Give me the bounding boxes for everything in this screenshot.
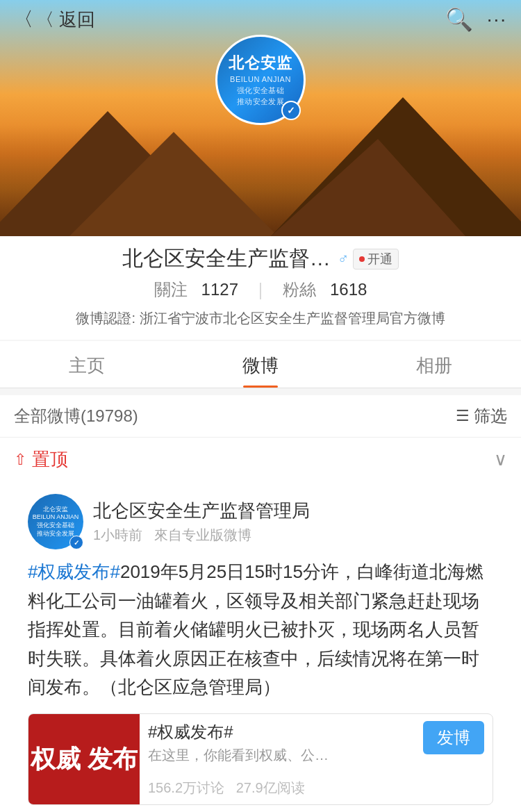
profile-description: 微博認證: 浙江省宁波市北仑区安全生产监督管理局官方微博 <box>14 308 507 329</box>
post-author-avatar[interactable]: 北仑安监BEILUN ANJIAN强化安全基础推动安全发展 ✓ <box>28 494 83 549</box>
filter-icon: ☰ <box>456 407 470 425</box>
post-author-info: 北仑区安全生产监督管理局 1小時前 來自专业版微博 <box>93 499 493 545</box>
linked-card-reads: 27.9亿阅读 <box>236 780 305 795</box>
pinned-section: ⇧ 置顶 ∨ 北仑安监BEILUN ANJIAN强化安全基础推动安全发展 ✓ 北… <box>0 438 521 812</box>
post-meta: 1小時前 來自专业版微博 <box>93 526 493 545</box>
follow-label: 關注 <box>154 279 188 301</box>
post-hashtag[interactable]: #权威发布# <box>28 561 120 582</box>
avatar: 北仑安监 BEILUN ANJIAN 强化安全基础 推动安全发展 ✓ <box>215 35 306 125</box>
avatar-verified-badge: ✓ <box>281 101 301 120</box>
post-time: 1小時前 <box>93 527 142 542</box>
pin-icon: ⇧ <box>14 451 26 469</box>
avatar-tagline: 强化安全基础 推动安全发展 <box>237 85 284 107</box>
back-arrow-icon: 〈 <box>14 6 33 33</box>
tab-weibo[interactable]: 微博 <box>174 341 347 388</box>
post-button[interactable]: 发博 <box>423 721 484 754</box>
top-nav: 〈 〈 返回 🔍 ··· <box>0 0 521 39</box>
linked-card[interactable]: 权威 发布 #权威发布# 在这里，你能看到权威、公… 发博 156.2万讨论 2… <box>28 713 493 805</box>
profile-info: 北仑区安全生产监督… ♂ 开通 關注 1127 ｜ 粉絲 1618 微博認證: … <box>0 236 521 340</box>
nav-icons: 🔍 ··· <box>445 6 507 33</box>
fans-label: 粉絲 <box>283 279 316 301</box>
more-icon[interactable]: ··· <box>487 8 507 31</box>
linked-card-title: #权威发布# <box>148 721 329 743</box>
linked-card-top: #权威发布# 在这里，你能看到权威、公… 发博 <box>148 721 484 765</box>
avatar-name: 北仑安监 <box>229 53 292 74</box>
pinned-text: 置顶 <box>32 447 68 472</box>
post-author-row: 北仑安监BEILUN ANJIAN强化安全基础推动安全发展 ✓ 北仑区安全生产监… <box>28 494 493 549</box>
list-count: 全部微博(19798) <box>14 405 138 427</box>
avatar-subtitle: BEILUN ANJIAN <box>230 75 291 83</box>
tabs-bar: 主页 微博 相册 <box>0 341 521 388</box>
profile-name-icons: ♂ 开通 <box>338 249 399 270</box>
fans-count: 1618 <box>330 280 367 299</box>
post-content: #权威发布#2019年5月25日15时15分许，白峰街道北海燃料化工公司一油罐着… <box>28 558 493 702</box>
back-label: 〈 返回 <box>36 8 95 32</box>
collapse-button[interactable]: ∨ <box>494 449 507 470</box>
filter-button[interactable]: ☰ 筛选 <box>456 405 507 427</box>
stats-row: 關注 1127 ｜ 粉絲 1618 <box>14 279 507 301</box>
linked-card-title-wrap: #权威发布# 在这里，你能看到权威、公… <box>148 721 329 765</box>
post-item: 北仑安监BEILUN ANJIAN强化安全基础推动安全发展 ✓ 北仑区安全生产监… <box>14 483 507 812</box>
tag-button[interactable]: 开通 <box>353 249 399 270</box>
tag-label: 开通 <box>367 251 392 267</box>
tab-album[interactable]: 相册 <box>347 341 521 388</box>
pinned-label: ⇧ 置顶 <box>14 447 68 472</box>
list-header: 全部微博(19798) ☰ 筛选 <box>0 395 521 438</box>
linked-card-content: #权威发布# 在这里，你能看到权威、公… 发博 156.2万讨论 27.9亿阅读 <box>140 714 493 804</box>
linked-card-image: 权威 发布 <box>28 714 140 804</box>
search-icon[interactable]: 🔍 <box>445 6 473 33</box>
linked-card-stats: 156.2万讨论 27.9亿阅读 <box>148 779 484 797</box>
gender-icon: ♂ <box>338 250 349 268</box>
stats-divider: ｜ <box>252 279 269 301</box>
pinned-header: ⇧ 置顶 ∨ <box>14 447 507 472</box>
post-verified-badge: ✓ <box>69 536 83 549</box>
linked-card-desc: 在这里，你能看到权威、公… <box>148 746 329 765</box>
tag-dot <box>359 256 365 262</box>
profile-avatar-area: 北仑安监 BEILUN ANJIAN 强化安全基础 推动安全发展 ✓ <box>215 35 306 125</box>
filter-label: 筛选 <box>474 405 507 427</box>
tab-home[interactable]: 主页 <box>0 341 174 388</box>
linked-card-discussions: 156.2万讨论 <box>148 780 224 795</box>
post-source: 來自专业版微博 <box>154 527 251 542</box>
back-button[interactable]: 〈 〈 返回 <box>14 6 95 33</box>
post-author-name[interactable]: 北仑区安全生产监督管理局 <box>93 499 493 523</box>
profile-name-row: 北仑区安全生产监督… ♂ 开通 <box>14 245 507 273</box>
linked-card-image-text: 权威 发布 <box>31 744 138 774</box>
hero-banner: 〈 〈 返回 🔍 ··· 北仑安监 BEILUN ANJIAN 强化安全基础 推… <box>0 0 521 236</box>
follow-count: 1127 <box>201 280 238 299</box>
post-avatar-text: 北仑安监BEILUN ANJIAN强化安全基础推动安全发展 <box>33 506 79 538</box>
profile-name: 北仑区安全生产监督… <box>122 245 331 273</box>
